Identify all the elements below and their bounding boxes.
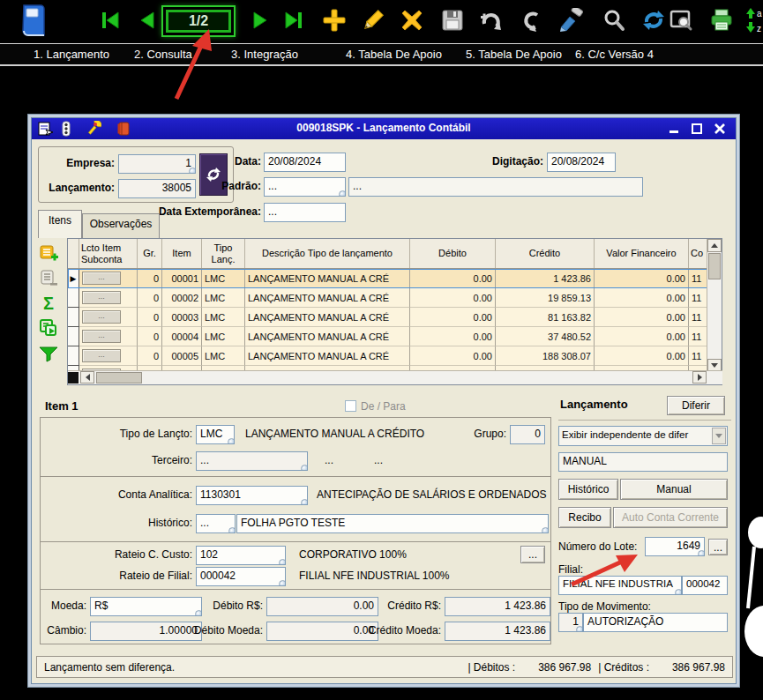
scroll-left-icon[interactable] [80, 371, 94, 384]
conta-analitica-field[interactable]: 1130301 [196, 486, 308, 505]
numero-lote-field[interactable]: 1649 [645, 537, 705, 556]
credito-moeda-field[interactable]: 1 423.86 [445, 622, 550, 641]
padrao-desc-field[interactable]: ... [348, 177, 643, 197]
manual-field[interactable]: MANUAL [558, 452, 728, 472]
debito-moeda-field[interactable]: 0.00 [266, 622, 378, 641]
undo-icon[interactable] [517, 7, 543, 34]
tab-lancamento[interactable]: 1. Lançamento [34, 48, 109, 61]
add-icon[interactable] [321, 7, 348, 34]
cambio-field[interactable]: 1.00000 [90, 622, 202, 641]
last-record-icon[interactable] [281, 7, 307, 34]
redo-icon[interactable] [477, 7, 504, 34]
de-para-checkbox[interactable] [345, 400, 356, 412]
debito-rs-field[interactable]: 0.00 [266, 597, 378, 616]
tipo-movimento-code-field[interactable]: 1 [558, 613, 583, 632]
table-row[interactable]: ...000005LMCLANÇAMENTO MANUAL A CRÉ0.001… [68, 346, 722, 366]
row-selector[interactable] [68, 288, 79, 308]
filial-name-field[interactable]: FILIAL NFE INDUSTRIA [558, 576, 682, 595]
delete-icon[interactable] [399, 7, 425, 34]
header-subconta[interactable]: Lcto Item Subconta [79, 239, 138, 268]
add-row-icon[interactable] [38, 243, 59, 264]
sort-az-icon[interactable]: az [742, 7, 763, 34]
grid-vertical-scrollbar[interactable] [707, 239, 722, 372]
filial-code-field[interactable]: 000042 [682, 576, 728, 595]
scroll-up-icon[interactable] [707, 239, 722, 252]
row-selector[interactable] [68, 308, 79, 327]
grid-horizontal-scrollbar[interactable] [68, 370, 722, 384]
rateio-custo-field[interactable]: 102 [196, 546, 286, 565]
subconta-browse-button[interactable]: ... [82, 272, 121, 285]
header-tipo-lanc[interactable]: Tipo Lanç. [202, 239, 245, 268]
auto-conta-corrente-button[interactable]: Auto Conta Corrente [613, 507, 728, 528]
manual-button[interactable]: Manual [620, 479, 728, 500]
header-credito[interactable]: Crédito [496, 239, 595, 268]
lancamento-field[interactable]: 38005 [118, 179, 196, 198]
digitacao-field[interactable]: 20/08/2024 [547, 153, 616, 172]
historico-code-field[interactable]: ... [196, 514, 236, 533]
tab-observacoes[interactable]: Observações [82, 213, 160, 238]
tab-tabela-apoio-5[interactable]: 5. Tabela De Apoio [466, 48, 562, 61]
historico-button[interactable]: Histórico [558, 479, 618, 500]
rateio-filial-field[interactable]: 000042 [196, 567, 286, 586]
subconta-browse-button[interactable]: ... [82, 310, 121, 324]
tab-itens[interactable]: Itens [38, 210, 82, 238]
lote-browse-button[interactable]: ... [708, 539, 728, 555]
header-descricao[interactable]: Descrição Tipo de lançamento [245, 239, 410, 268]
tab-integracao[interactable]: 3. Integração [231, 48, 298, 61]
close-icon[interactable] [713, 122, 727, 136]
exibir-dropdown[interactable]: Exibir independente de difer [558, 426, 728, 446]
table-row[interactable]: ...000003LMCLANÇAMENTO MANUAL A CRÉ0.008… [68, 308, 722, 327]
save-icon[interactable] [439, 7, 466, 34]
row-marker-icon[interactable]: ▶ [68, 269, 79, 288]
vscroll-thumb[interactable] [708, 253, 721, 279]
first-record-icon[interactable] [97, 7, 123, 34]
rateio-browse-button[interactable]: ... [520, 546, 545, 563]
sum-icon[interactable]: Σ [38, 293, 59, 314]
table-row[interactable]: ▶...000001LMCLANÇAMENTO MANUAL A CRÉ0.00… [68, 269, 722, 288]
terceiro-field[interactable]: ... [196, 451, 308, 471]
row-selector[interactable] [68, 327, 79, 346]
chevron-down-icon[interactable] [712, 428, 726, 444]
tipo-lancto-field[interactable]: LMC [196, 425, 235, 444]
edit-icon[interactable] [360, 7, 386, 34]
print-icon[interactable] [708, 7, 735, 34]
padrao-code-field[interactable]: ... [264, 177, 346, 197]
refresh-icon[interactable] [640, 7, 667, 34]
tab-tabela-apoio-4[interactable]: 4. Tabela De Apoio [346, 48, 442, 61]
data-extemporanea-field[interactable]: ... [264, 203, 346, 222]
tipo-movimento-field[interactable]: AUTORIZAÇÃO [583, 613, 728, 632]
subconta-browse-button[interactable]: ... [82, 349, 121, 362]
next-record-icon[interactable] [247, 7, 273, 34]
book-icon[interactable] [16, 2, 49, 39]
minimize-icon[interactable] [667, 122, 681, 136]
clean-icon[interactable] [557, 7, 584, 34]
table-row[interactable]: ...000004LMCLANÇAMENTO MANUAL A CRÉ0.003… [68, 327, 722, 346]
header-debito[interactable]: Débito [410, 239, 496, 268]
scroll-right-icon[interactable] [692, 371, 707, 384]
remove-row-icon[interactable] [38, 268, 59, 289]
tab-consulta[interactable]: 2. Consulta [134, 48, 192, 61]
diferir-button[interactable]: Diferir [667, 396, 725, 415]
header-gr[interactable]: Gr. [138, 239, 162, 268]
previous-record-icon[interactable] [134, 7, 161, 34]
search-icon[interactable] [601, 7, 627, 34]
window-titlebar[interactable]: 009018SPK - Lançamento Contábil [32, 118, 736, 139]
historico-desc-field[interactable]: FOLHA PGTO TESTE [236, 514, 549, 533]
credito-rs-field[interactable]: 1 423.86 [445, 597, 550, 616]
header-item[interactable]: Item [162, 239, 202, 268]
grupo-field[interactable]: 0 [510, 425, 545, 444]
subconta-browse-button[interactable]: ... [82, 291, 121, 304]
table-row[interactable]: ...000002LMCLANÇAMENTO MANUAL A CRÉ0.001… [68, 288, 722, 308]
header-co[interactable]: Co [689, 239, 708, 268]
subconta-browse-button[interactable]: ... [82, 330, 121, 343]
empresa-field[interactable]: 1 [118, 154, 196, 174]
moeda-field[interactable]: R$ [90, 597, 202, 616]
copy-run-icon[interactable] [38, 317, 59, 339]
maximize-icon[interactable] [690, 122, 704, 136]
row-selector[interactable] [68, 346, 79, 366]
tab-cc-versao-4[interactable]: 6. C/c Versão 4 [575, 48, 654, 61]
recibo-button[interactable]: Recibo [558, 507, 611, 528]
filter-funnel-icon[interactable] [38, 344, 59, 365]
hscroll-thumb[interactable] [96, 372, 142, 384]
preview-icon[interactable] [668, 7, 694, 34]
